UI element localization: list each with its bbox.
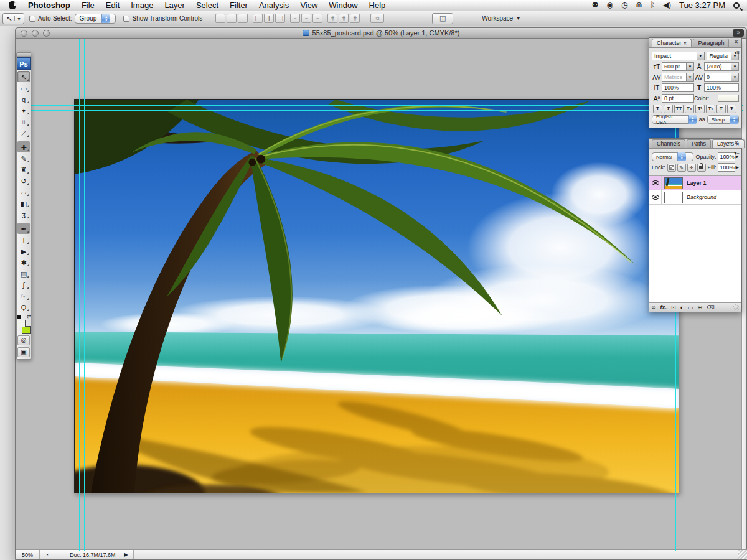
new-layer-icon[interactable]: ⊞ (697, 303, 702, 312)
align-left-edges-button[interactable]: ⎸ (253, 14, 263, 23)
distribute-vertical-centers-button[interactable]: ≡ (301, 14, 311, 23)
close-window-button[interactable] (21, 30, 27, 37)
crop-tool[interactable]: ⌗ (17, 116, 30, 127)
lock-position-button[interactable]: ✛ (687, 164, 696, 172)
baseline-shift-field[interactable]: 0 pt (662, 94, 694, 103)
menu-item[interactable]: Analysis (253, 0, 294, 11)
align-top-edges-button[interactable]: ⎺ (215, 14, 225, 23)
smudge-tool[interactable]: ʓ (17, 208, 30, 220)
bluetooth-icon[interactable]: ᛒ (651, 0, 655, 11)
palette-collapse-close-icons[interactable]: − ✕ (727, 39, 740, 45)
auto-select-checkbox[interactable] (29, 16, 35, 22)
tool-preset-picker[interactable]: ↖ ▼ (2, 13, 24, 24)
visibility-toggle[interactable] (649, 176, 662, 190)
tab-channels[interactable]: Channels (652, 139, 685, 148)
align-bottom-edges-button[interactable]: ⎽ (238, 14, 248, 23)
tracking-dropdown[interactable]: 0 ▼ (704, 73, 739, 82)
layer-style-icon[interactable]: fx. (660, 303, 667, 312)
lock-transparency-button[interactable] (667, 164, 676, 172)
align-right-edges-button[interactable]: ⎹ (275, 14, 285, 23)
volume-icon[interactable]: ◀) (663, 0, 671, 11)
menu-item[interactable]: View (294, 0, 323, 11)
link-layers-icon[interactable]: ∞ (652, 303, 655, 312)
tab-paragraph[interactable]: Paragraph (693, 39, 729, 47)
visibility-toggle[interactable] (649, 190, 662, 204)
blend-mode-dropdown[interactable]: Normal ▲▼ (652, 152, 693, 161)
fill-field[interactable]: 100% (718, 163, 735, 172)
distribute-bottom-edges-button[interactable]: ≡ (312, 14, 322, 23)
shape-tool[interactable]: ✱ (17, 256, 30, 268)
hand-tool[interactable]: ☞ (17, 290, 30, 301)
close-icon[interactable]: ✕ (684, 41, 687, 45)
vertical-scale-field[interactable]: 100% (662, 83, 694, 92)
menu-item[interactable]: Layer (159, 0, 190, 11)
distribute-top-edges-button[interactable]: ≡ (290, 14, 300, 23)
foreground-color-swatch[interactable] (17, 320, 26, 327)
menubar-app-icon-2[interactable]: ◉ (607, 0, 613, 11)
distribute-right-edges-button[interactable]: ⋕ (350, 14, 360, 23)
layer-row[interactable]: Background (649, 190, 741, 205)
vertical-scrollbar[interactable] (741, 39, 746, 551)
language-dropdown[interactable]: English: USA ▲▼ (652, 115, 697, 124)
swap-colors-icon[interactable]: ⇄ (27, 314, 31, 319)
faux-italic-button[interactable]: T (664, 105, 673, 113)
layer-group-icon[interactable]: ▭ (688, 303, 693, 312)
align-vertical-centers-button[interactable]: ⎻ (227, 14, 237, 23)
time-machine-icon[interactable]: ◷ (621, 0, 627, 11)
menu-item[interactable]: Edit (100, 0, 125, 11)
path-selection-tool[interactable]: ▶ (17, 245, 30, 256)
zoom-tool[interactable]: Ϙ (17, 301, 30, 312)
menu-item[interactable]: Window (323, 0, 363, 11)
layer-thumbnail[interactable] (664, 177, 683, 189)
status-info-icon[interactable]: ◔ (45, 551, 49, 558)
palette-collapse-close-icons[interactable]: − ✕ (727, 140, 740, 146)
layer-mask-icon[interactable]: ⊡ (671, 303, 676, 312)
lock-all-button[interactable] (697, 164, 706, 172)
menu-item[interactable]: Select (190, 0, 224, 11)
menu-clock[interactable]: Tue 3:27 PM (679, 1, 725, 10)
superscript-button[interactable]: T¹ (695, 105, 705, 113)
delete-layer-icon[interactable]: ⌫ (707, 303, 715, 312)
canvas-area[interactable] (16, 39, 743, 551)
anti-alias-dropdown[interactable]: Sharp ▲▼ (707, 115, 739, 124)
align-horizontal-centers-button[interactable]: ❙ (264, 14, 274, 23)
palette-menu-icon[interactable]: ▾≡ (734, 151, 740, 156)
small-caps-button[interactable]: Tᴛ (685, 105, 694, 113)
opacity-field[interactable]: 100% (718, 152, 735, 161)
beach-image[interactable] (74, 99, 679, 493)
minimize-window-button[interactable] (32, 30, 39, 37)
magic-wand-tool[interactable]: ✦ (17, 105, 30, 116)
eraser-tool[interactable]: ▱ (17, 186, 30, 197)
status-menu-arrow-icon[interactable]: ▶ (125, 552, 128, 558)
font-family-dropdown[interactable]: Impact ▼ (652, 52, 705, 60)
underline-button[interactable]: T (716, 105, 726, 113)
menu-item[interactable]: Image (125, 0, 159, 11)
marquee-tool[interactable]: ▭ (17, 82, 30, 93)
toolbox-drag-handle[interactable] (17, 53, 31, 57)
subscript-button[interactable]: T₁ (706, 105, 715, 113)
go-to-bridge-button[interactable]: ◫ (432, 13, 453, 24)
slice-tool[interactable]: ⟋ (17, 127, 30, 138)
layer-row[interactable]: Layer 1 (649, 176, 741, 190)
gradient-tool[interactable]: ◧ (17, 197, 30, 208)
notes-tool[interactable]: ▤ (17, 268, 30, 279)
auto-select-dropdown[interactable]: Group ▲▼ (75, 14, 116, 24)
palette-dock-chevrons[interactable]: » (733, 29, 744, 37)
faux-bold-button[interactable]: T (653, 105, 662, 113)
palette-resize-grip[interactable] (733, 304, 739, 310)
document-title-bar[interactable]: 55x85_postcard.psd @ 50% (Layer 1, CMYK/… (16, 28, 746, 39)
eyedropper-tool[interactable]: ʃ (17, 279, 30, 290)
spotlight-icon[interactable] (733, 2, 740, 9)
text-color-swatch[interactable] (718, 95, 739, 102)
document-size-info[interactable]: Doc: 16.7M/17.6M (70, 552, 116, 558)
auto-align-layers-button[interactable]: ⧉ (370, 14, 384, 23)
history-brush-tool[interactable]: ↺ (17, 175, 30, 186)
palette-menu-icon[interactable]: ▾≡ (734, 50, 740, 55)
horizontal-scrollbar[interactable] (134, 550, 738, 559)
horizontal-scale-field[interactable]: 100% (704, 83, 739, 92)
healing-brush-tool[interactable]: ✚ (17, 141, 30, 152)
tab-paths[interactable]: Paths (687, 139, 711, 148)
type-tool[interactable]: T (17, 234, 30, 245)
pen-tool[interactable]: ✒ (17, 223, 30, 234)
default-colors-icon[interactable] (17, 315, 21, 319)
